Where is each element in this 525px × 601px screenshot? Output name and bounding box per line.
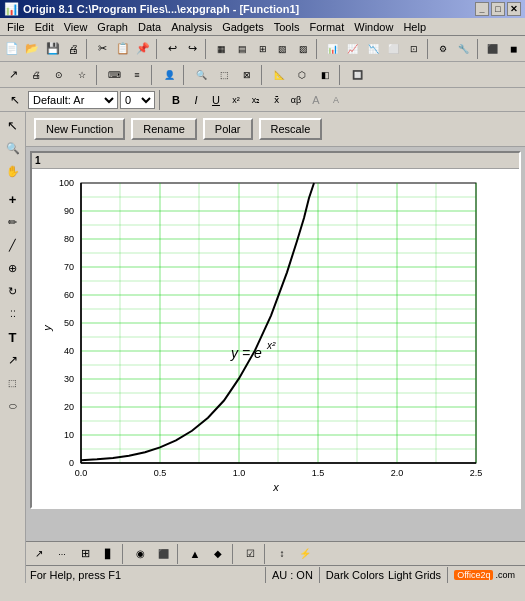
tb-icon3[interactable]: ⊞ — [253, 38, 272, 60]
bt-icon1[interactable]: ↗ — [28, 543, 50, 565]
tb-icon10[interactable]: ⊡ — [405, 38, 424, 60]
menu-edit[interactable]: Edit — [30, 20, 59, 34]
new-btn[interactable]: 📄 — [2, 38, 21, 60]
tb2-icon1[interactable]: ↗ — [2, 64, 24, 86]
font-bigger-button[interactable]: A — [307, 91, 325, 109]
bt-icon6[interactable]: ⬛ — [152, 543, 174, 565]
draw-tool[interactable]: ✏ — [2, 211, 24, 233]
tb-icon5[interactable]: ▨ — [294, 38, 313, 60]
print-btn[interactable]: 🖨 — [63, 38, 82, 60]
redo-btn[interactable]: ↪ — [183, 38, 202, 60]
tb2-icon5[interactable]: ⌨ — [103, 64, 125, 86]
font-select[interactable]: Default: Ar — [28, 91, 118, 109]
undo-btn[interactable]: ↩ — [162, 38, 181, 60]
tb-icon8[interactable]: 📉 — [364, 38, 383, 60]
tb2-icon8[interactable]: 🔍 — [190, 64, 212, 86]
bt-icon7[interactable]: ▲ — [184, 543, 206, 565]
zoom-tool[interactable]: 🔍 — [2, 137, 24, 159]
tb-icon1[interactable]: ▦ — [212, 38, 231, 60]
text-format-toolbar: ↖ Default: Ar 0 B I U x² x₂ x̄ αβ A A — [0, 88, 525, 112]
tb2-icon11[interactable]: 📐 — [268, 64, 290, 86]
svg-text:60: 60 — [64, 290, 74, 300]
tb2-icon14[interactable]: 🔲 — [346, 64, 368, 86]
cut-btn[interactable]: ✂ — [92, 38, 111, 60]
crosshair-tool[interactable]: ⊕ — [2, 257, 24, 279]
rescale-button[interactable]: Rescale — [259, 118, 323, 140]
save-btn[interactable]: 💾 — [43, 38, 62, 60]
copy-btn[interactable]: 📋 — [113, 38, 132, 60]
new-function-button[interactable]: New Function — [34, 118, 125, 140]
rect-tool[interactable]: ⬚ — [2, 372, 24, 394]
tb2-icon13[interactable]: ◧ — [314, 64, 336, 86]
tb-icon7[interactable]: 📈 — [343, 38, 362, 60]
tb2-icon9[interactable]: ⬚ — [213, 64, 235, 86]
text-pointer-icon[interactable]: ↖ — [4, 89, 26, 111]
tb-icon14[interactable]: ◼ — [504, 38, 523, 60]
bt-icon11[interactable]: ⚡ — [294, 543, 316, 565]
bt-icon9[interactable]: ☑ — [239, 543, 261, 565]
menu-file[interactable]: File — [2, 20, 30, 34]
tb-icon9[interactable]: ⬜ — [384, 38, 403, 60]
menu-data[interactable]: Data — [133, 20, 166, 34]
menu-analysis[interactable]: Analysis — [166, 20, 217, 34]
menu-window[interactable]: Window — [349, 20, 398, 34]
bt-icon5[interactable]: ◉ — [129, 543, 151, 565]
tb2-icon12[interactable]: ⬡ — [291, 64, 313, 86]
tb2-icon2[interactable]: 🖨 — [25, 64, 47, 86]
pan-tool[interactable]: ✋ — [2, 160, 24, 182]
paste-btn[interactable]: 📌 — [133, 38, 152, 60]
underline-button[interactable]: U — [207, 91, 225, 109]
rename-button[interactable]: Rename — [131, 118, 197, 140]
minimize-button[interactable]: _ — [475, 2, 489, 16]
tb-icon12[interactable]: 🔧 — [454, 38, 473, 60]
menu-view[interactable]: View — [59, 20, 93, 34]
subscript-button[interactable]: x₂ — [247, 91, 265, 109]
tb-icon11[interactable]: ⚙ — [434, 38, 453, 60]
svg-text:y = e: y = e — [230, 345, 262, 361]
bt-icon3[interactable]: ⊞ — [74, 543, 96, 565]
title-bar-buttons[interactable]: _ □ ✕ — [475, 2, 521, 16]
tb2-icon3[interactable]: ⊙ — [48, 64, 70, 86]
tb-icon13[interactable]: ⬛ — [483, 38, 502, 60]
greek-button[interactable]: αβ — [287, 91, 305, 109]
sep2 — [156, 39, 160, 59]
tb2-icon10[interactable]: ⊠ — [236, 64, 258, 86]
bt-icon4[interactable]: ▊ — [97, 543, 119, 565]
tb-icon6[interactable]: 📊 — [323, 38, 342, 60]
bt-icon8[interactable]: ◆ — [207, 543, 229, 565]
plus-tool[interactable]: + — [2, 188, 24, 210]
open-btn[interactable]: 📂 — [22, 38, 41, 60]
line-tool[interactable]: ╱ — [2, 234, 24, 256]
bold-button[interactable]: B — [167, 91, 185, 109]
graph-svg: 0 10 20 30 40 50 60 70 80 90 100 0.0 0.5… — [36, 173, 496, 503]
arrow-tool[interactable]: ↗ — [2, 349, 24, 371]
ellipse-tool[interactable]: ⬭ — [2, 395, 24, 417]
bt-icon2[interactable]: ··· — [51, 543, 73, 565]
polar-button[interactable]: Polar — [203, 118, 253, 140]
font-size-select[interactable]: 0 — [120, 91, 155, 109]
tb-icon4[interactable]: ▧ — [273, 38, 292, 60]
superscript-button[interactable]: x² — [227, 91, 245, 109]
watermark-text: .com — [495, 570, 515, 580]
rotate-tool[interactable]: ↻ — [2, 280, 24, 302]
italic-button[interactable]: I — [187, 91, 205, 109]
tb2-icon7[interactable]: 👤 — [158, 64, 180, 86]
menu-gadgets[interactable]: Gadgets — [217, 20, 269, 34]
menu-tools[interactable]: Tools — [269, 20, 305, 34]
overbar-button[interactable]: x̄ — [267, 91, 285, 109]
maximize-button[interactable]: □ — [491, 2, 505, 16]
scatter-tool[interactable]: ⁚⁚ — [2, 303, 24, 325]
close-button[interactable]: ✕ — [507, 2, 521, 16]
bt-icon10[interactable]: ↕ — [271, 543, 293, 565]
menu-format[interactable]: Format — [304, 20, 349, 34]
text-tool[interactable]: T — [2, 326, 24, 348]
tb2-icon4[interactable]: ☆ — [71, 64, 93, 86]
office-badge: Office2q — [454, 570, 493, 580]
font-smaller-button[interactable]: A — [327, 91, 345, 109]
menu-help[interactable]: Help — [398, 20, 431, 34]
select-tool[interactable]: ↖ — [2, 114, 24, 136]
bt-sep1 — [122, 544, 126, 564]
tb2-icon6[interactable]: ≡ — [126, 64, 148, 86]
tb-icon2[interactable]: ▤ — [232, 38, 251, 60]
menu-graph[interactable]: Graph — [92, 20, 133, 34]
